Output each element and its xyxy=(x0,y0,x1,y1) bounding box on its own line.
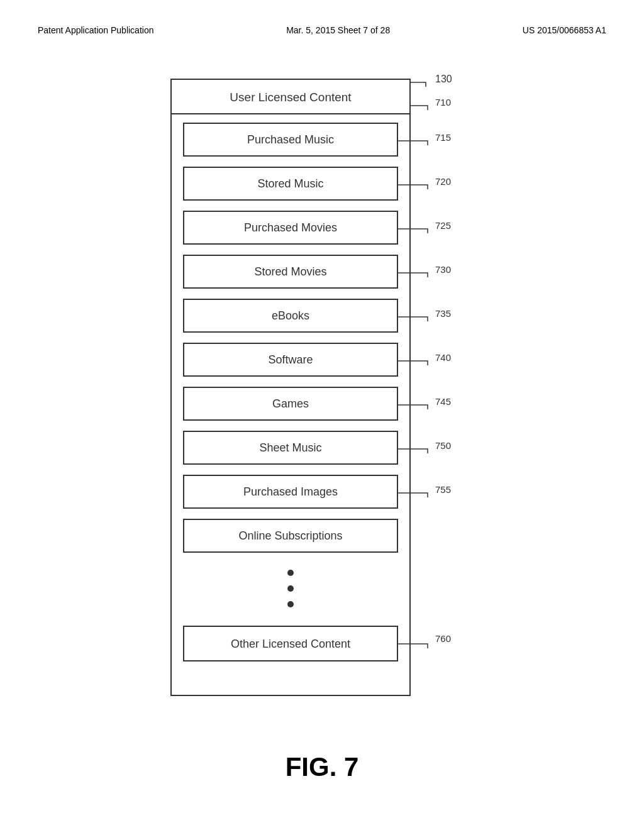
sheet-music-label: Sheet Music xyxy=(259,441,321,454)
stored-movies-label: Stored Movies xyxy=(254,265,326,278)
header-right: US 2015/0066853 A1 xyxy=(523,25,606,35)
ref-750: 750 xyxy=(435,440,451,451)
ref-720: 720 xyxy=(435,176,451,187)
dot-2 xyxy=(287,585,294,592)
outer-ref: 130 xyxy=(435,74,452,84)
patent-diagram: 130 User Licensed Content 710 Purchased … xyxy=(146,60,498,721)
ref-745: 745 xyxy=(435,396,451,407)
ref-710: 710 xyxy=(435,97,451,108)
page-header: Patent Application Publication Mar. 5, 2… xyxy=(0,0,644,48)
header-left: Patent Application Publication xyxy=(38,25,153,35)
purchased-movies-label: Purchased Movies xyxy=(244,221,337,234)
top-label: User Licensed Content xyxy=(230,91,352,104)
purchased-music-label: Purchased Music xyxy=(247,133,334,146)
other-licensed-content-label: Other Licensed Content xyxy=(231,638,350,650)
header-center: Mar. 5, 2015 Sheet 7 of 28 xyxy=(286,25,390,35)
diagram-container: 130 User Licensed Content 710 Purchased … xyxy=(0,48,644,733)
figure-label: FIG. 7 xyxy=(0,752,644,807)
ref-760: 760 xyxy=(435,633,451,644)
ref-740: 740 xyxy=(435,352,451,363)
purchased-images-label: Purchased Images xyxy=(243,485,338,498)
ref-715: 715 xyxy=(435,132,451,143)
games-label: Games xyxy=(272,397,309,410)
stored-music-label: Stored Music xyxy=(257,177,323,190)
ebooks-label: eBooks xyxy=(272,309,309,322)
ref-735: 735 xyxy=(435,308,451,319)
dot-3 xyxy=(287,601,294,607)
dot-1 xyxy=(287,570,294,576)
ref-725: 725 xyxy=(435,220,451,231)
online-subscriptions-label: Online Subscriptions xyxy=(238,529,342,542)
ref-755: 755 xyxy=(435,484,451,495)
software-label: Software xyxy=(268,353,313,366)
ref-730: 730 xyxy=(435,264,451,275)
